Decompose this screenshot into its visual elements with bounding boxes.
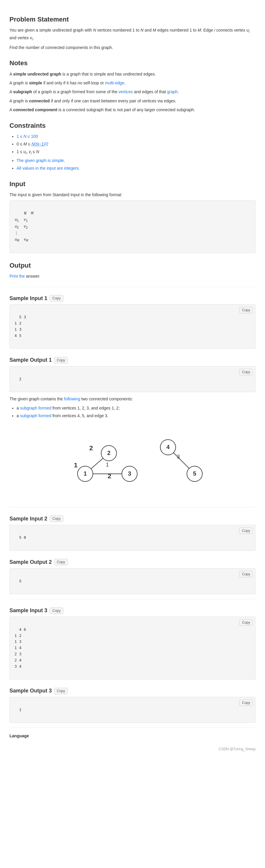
divider-3	[9, 599, 256, 599]
sample-output-2-copy-btn[interactable]: Copy	[54, 559, 68, 565]
constraint-2-link[interactable]: N(N−1)	[31, 142, 45, 146]
sample-output-1-title: Sample Output 1	[9, 356, 52, 364]
sample-output-3-heading: Sample Output 3 Copy	[9, 687, 256, 695]
input-desc: The input is given from Standard Input i…	[9, 191, 256, 198]
constraints-section: Constraints 1 ≤ N ≤ 100 0 ≤ M ≤ N(N−1)/2…	[9, 120, 256, 172]
notes-line4: A graph is connected if and only if one …	[9, 98, 256, 104]
output-title: Output	[9, 260, 256, 271]
svg-text:3: 3	[128, 470, 131, 477]
sample-output-1-copy-btn[interactable]: Copy	[54, 357, 68, 364]
constraints-list: 1 ≤ N ≤ 100 0 ≤ M ≤ N(N−1)/2 1 ≤ ui, vi …	[17, 133, 256, 172]
constraint-5: All values in the input are integers.	[17, 165, 256, 172]
N-var1: N	[93, 28, 96, 32]
problem-statement-title: Problem Statement	[9, 14, 256, 25]
sample-input-3-heading: Sample Input 3 Copy	[9, 606, 256, 615]
footer-credit: CSDN @Turing_Sheep	[9, 746, 256, 752]
sample-output-3-copy-btn[interactable]: Copy	[54, 688, 68, 694]
sample-output-1-block: 2 Copy	[9, 366, 256, 392]
sample-output-3-inner-copy[interactable]: Copy	[239, 700, 253, 706]
sample-input-2-copy-btn[interactable]: Copy	[50, 516, 63, 522]
notes-line2: A graph is simple if and only if it has …	[9, 80, 256, 86]
M-var2: M	[197, 28, 201, 32]
sample-output-2-title: Sample Output 2	[9, 558, 52, 566]
sample-output-2-data: 5	[19, 579, 22, 583]
constraint-2: 0 ≤ M ≤ N(N−1)/2	[17, 141, 256, 147]
sample-input-2-heading: Sample Input 2 Copy	[9, 515, 256, 523]
sample-input-2-title: Sample Input 2	[9, 515, 47, 523]
svg-text:2: 2	[107, 450, 110, 456]
constraint-1: 1 ≤ N ≤ 100	[17, 133, 256, 140]
input-section: Input The input is given from Standard I…	[9, 179, 256, 253]
connected-bold: connected	[29, 98, 50, 103]
constraints-title: Constraints	[9, 120, 256, 131]
sample-input-3-copy-btn[interactable]: Copy	[50, 608, 63, 614]
sample-output-2-inner-copy[interactable]: Copy	[239, 571, 253, 578]
sample-output-3-title: Sample Output 3	[9, 687, 52, 695]
sample-input-3-data: 4 6 1 2 1 3 1 4 2 3 2 4 3 4	[15, 627, 26, 669]
graph-link[interactable]: graph	[167, 89, 178, 94]
sample-input-3-inner-copy[interactable]: Copy	[239, 619, 253, 626]
sample-output-3-block: 1 Copy	[9, 697, 256, 723]
svg-text:2: 2	[89, 444, 93, 452]
vertices-link[interactable]: vertices	[118, 89, 133, 94]
svg-text:1: 1	[83, 470, 87, 477]
constraint-5-link[interactable]: All values in the input are integers.	[17, 166, 80, 170]
sample1-bullet2: a subgraph formed from vertices 4, 5, an…	[17, 412, 256, 419]
input-title: Input	[9, 179, 256, 189]
svg-text:3: 3	[177, 454, 180, 460]
simple-undirected-bold: simple undirected graph	[13, 72, 61, 76]
sample1-bullet1: a subgraph formed from vertices 1, 2, 3,…	[17, 405, 256, 411]
subgraph-link2[interactable]: subgraph formed	[20, 413, 51, 418]
sample-output-1-heading: Sample Output 1 Copy	[9, 356, 256, 364]
subgraph-link1[interactable]: subgraph formed	[20, 406, 51, 410]
output-section: Output Print the answer.	[9, 260, 256, 280]
v-sub-var: vi	[30, 35, 32, 40]
constraint-4: The given graph is simple.	[17, 157, 256, 164]
multi-edge-link[interactable]: multi-edge	[105, 81, 124, 85]
sample-input-1-title: Sample Input 1	[9, 294, 47, 303]
divider-4	[9, 727, 256, 728]
svg-text:2: 2	[108, 472, 111, 480]
sample1-explanation: The given graph contains the following t…	[9, 396, 256, 402]
problem-statement-text: You are given a simple undirected graph …	[9, 27, 256, 42]
output-desc: Print the answer.	[9, 273, 256, 279]
constraint-4-link[interactable]: The given graph is simple.	[17, 158, 65, 163]
problem-find-text: Find the number of connected components …	[9, 44, 256, 51]
constraint-1-link[interactable]: 1 ≤ N ≤ 100	[17, 134, 38, 139]
sample-input-1-copy-btn[interactable]: Copy	[50, 295, 63, 302]
sample1-bullets: a subgraph formed from vertices 1, 2, 3,…	[17, 405, 256, 419]
sample-output-1-inner-copy[interactable]: Copy	[239, 369, 253, 375]
constraint-3: 1 ≤ ui, vi ≤ N	[17, 148, 256, 156]
notes-line5: A connected component is a connected sub…	[9, 106, 256, 113]
input-format-text: N M u1 v1 u2 v2 ⋮ uM vM	[15, 211, 33, 241]
notes-line1: A simple undirected graph is a graph tha…	[9, 71, 256, 77]
sample-input-3-block: 4 6 1 2 1 3 1 4 2 3 2 4 3 4 Copy	[9, 617, 256, 679]
following-link[interactable]: following	[64, 397, 80, 401]
print-link[interactable]: Print the	[9, 274, 25, 279]
input-format-block: N M u1 v1 u2 v2 ⋮ uM vM	[9, 200, 256, 253]
svg-text:4: 4	[166, 444, 170, 450]
sample-input-1-data: 5 3 1 2 1 3 4 5	[15, 315, 26, 338]
graph-diagram: 1 2 3 2 1 2 1 4 5 3	[9, 424, 256, 502]
notes-section: Notes A simple undirected graph is a gra…	[9, 58, 256, 113]
u-sub-var: ui	[246, 28, 249, 32]
language-label: Language	[9, 733, 256, 739]
constraint-2-denom[interactable]: /2	[45, 142, 49, 146]
sample-input-2-data: 5 0	[19, 535, 26, 539]
subgraph-bold: subgraph	[13, 89, 32, 94]
svg-text:1: 1	[74, 461, 78, 469]
problem-statement-section: Problem Statement You are given a simple…	[9, 14, 256, 51]
divider-1	[9, 287, 256, 287]
svg-text:1: 1	[106, 462, 109, 468]
sample-output-2-block: 5 Copy	[9, 568, 256, 594]
graph-svg: 1 2 3 2 1 2 1 4 5 3	[61, 424, 204, 500]
sample-input-2-inner-copy[interactable]: Copy	[239, 528, 253, 534]
sample-output-2-heading: Sample Output 2 Copy	[9, 558, 256, 566]
notes-title: Notes	[9, 58, 256, 68]
sample-output-3-data: 1	[19, 708, 22, 712]
i-var: i	[214, 28, 215, 32]
svg-text:5: 5	[193, 470, 196, 477]
sample-input-1-block: 5 3 1 2 1 3 4 5 Copy	[9, 304, 256, 349]
sample-input-2-block: 5 0 Copy	[9, 525, 256, 551]
sample-input-1-inner-copy[interactable]: Copy	[239, 307, 253, 313]
